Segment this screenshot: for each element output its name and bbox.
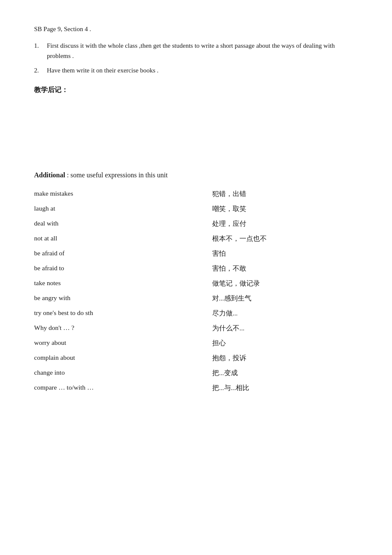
- expression-chinese: 把...与...相比: [212, 381, 358, 396]
- expression-english: complain about: [34, 351, 212, 366]
- expression-chinese: 担心: [212, 336, 358, 351]
- expressions-table: make mistakes犯错，出错laugh at嘲笑，取笑deal with…: [34, 187, 358, 396]
- expression-row: deal with处理，应付: [34, 217, 358, 231]
- expression-chinese: 为什么不...: [212, 321, 358, 336]
- expression-english: make mistakes: [34, 187, 212, 202]
- expression-row: take notes做笔记，做记录: [34, 276, 358, 291]
- expression-row: try one's best to do sth尽力做...: [34, 306, 358, 321]
- expression-chinese: 做笔记，做记录: [212, 276, 358, 291]
- instruction-num-1: 1.: [34, 40, 47, 61]
- expression-chinese: 犯错，出错: [212, 187, 358, 202]
- expression-chinese: 害怕，不敢: [212, 261, 358, 276]
- additional-section: Additional : some useful expressions in …: [34, 171, 358, 396]
- expression-english: laugh at: [34, 202, 212, 217]
- expression-row: worry about担心: [34, 336, 358, 351]
- expression-row: be afraid of害怕: [34, 246, 358, 261]
- expression-row: laugh at嘲笑，取笑: [34, 202, 358, 217]
- expression-row: compare … to/with …把...与...相比: [34, 381, 358, 396]
- expression-english: deal with: [34, 217, 212, 231]
- expression-english: worry about: [34, 336, 212, 351]
- expression-row: be angry with对...感到生气: [34, 291, 358, 306]
- expression-chinese: 把...变成: [212, 366, 358, 381]
- expression-english: be afraid to: [34, 261, 212, 276]
- instruction-text-2: Have them write it on their exercise boo…: [47, 65, 159, 75]
- expression-row: change into把...变成: [34, 366, 358, 381]
- teaching-note: 教学后记：: [34, 86, 358, 95]
- expression-row: complain about抱怨，投诉: [34, 351, 358, 366]
- expression-row: be afraid to害怕，不敢: [34, 261, 358, 276]
- additional-header: Additional : some useful expressions in …: [34, 171, 358, 179]
- expression-chinese: 尽力做...: [212, 306, 358, 321]
- expression-chinese: 嘲笑，取笑: [212, 202, 358, 217]
- expression-english: be angry with: [34, 291, 212, 306]
- expression-english: change into: [34, 366, 212, 381]
- expression-english: take notes: [34, 276, 212, 291]
- expression-chinese: 对...感到生气: [212, 291, 358, 306]
- expression-chinese: 处理，应付: [212, 217, 358, 231]
- instructions-list: 1. First discuss it with the whole class…: [34, 40, 358, 75]
- instruction-num-2: 2.: [34, 65, 47, 75]
- instruction-item-1: 1. First discuss it with the whole class…: [34, 40, 358, 61]
- additional-rest: : some useful expressions in this unit: [65, 171, 167, 179]
- expression-english: try one's best to do sth: [34, 306, 212, 321]
- expression-chinese: 根本不，一点也不: [212, 231, 358, 246]
- expression-chinese: 害怕: [212, 246, 358, 261]
- expression-english: be afraid of: [34, 246, 212, 261]
- expression-row: not at all根本不，一点也不: [34, 231, 358, 246]
- expression-english: compare … to/with …: [34, 381, 212, 396]
- additional-bold: Additional: [34, 171, 65, 179]
- instruction-text-1: First discuss it with the whole class ,t…: [47, 40, 358, 61]
- expression-row: Why don't … ?为什么不...: [34, 321, 358, 336]
- expression-chinese: 抱怨，投诉: [212, 351, 358, 366]
- expression-row: make mistakes犯错，出错: [34, 187, 358, 202]
- expression-english: Why don't … ?: [34, 321, 212, 336]
- page-reference: SB Page 9, Section 4 .: [34, 26, 358, 33]
- expression-english: not at all: [34, 231, 212, 246]
- instruction-item-2: 2. Have them write it on their exercise …: [34, 65, 358, 75]
